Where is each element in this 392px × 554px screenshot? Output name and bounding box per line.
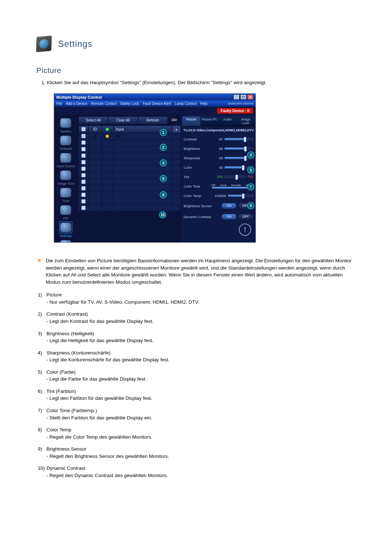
sidebar-item-settings[interactable]: Settings [55, 222, 77, 238]
col-status[interactable] [102, 126, 113, 133]
scroll-up-icon[interactable]: ▲ [172, 126, 181, 133]
callout-6: 6 [160, 175, 167, 182]
maximize-icon[interactable]: ▢ [240, 94, 246, 100]
dynamic-contrast-off[interactable]: OFF [238, 214, 253, 220]
idle-status: Idle [168, 116, 181, 124]
intro-text: 1. Klicken Sie auf das Hauptsymbol "Sett… [41, 80, 356, 85]
sidebar-item-maintenance[interactable]: Maintenance [55, 239, 77, 243]
color-tone-selector[interactable]: Color Tone Off Cool Normal Warm [182, 181, 255, 191]
slider-sharpness[interactable]: Sharpness 68 [182, 153, 255, 163]
sidebar-item-pip[interactable]: PIP [55, 204, 77, 220]
callout-2: 2 [160, 144, 167, 151]
slider-contrast[interactable]: Contrast 67 [182, 134, 255, 144]
col-check[interactable]: ✓ [78, 126, 89, 133]
sidebar-item-input-source[interactable]: Input Source [55, 152, 77, 168]
slider-tint[interactable]: Tint G50 R50 [182, 172, 255, 181]
slider-brightness[interactable]: Brightness 68 [182, 144, 255, 153]
list-item: 2)Contrast (Kontrast)- Legt den Kontrast… [38, 311, 356, 325]
callout-1: 1 [160, 129, 167, 136]
select-all-button[interactable]: Select All [78, 116, 108, 124]
slider-color-temp[interactable]: Color Temp 10000K [182, 191, 255, 200]
settings-icon [36, 36, 52, 52]
list-item: 1)Picture- Nur verfügbar für TV, AV, S-V… [38, 291, 356, 305]
menu-file[interactable]: File [56, 102, 62, 106]
list-item: 8)Color Temp- Regelt die Color Temp des … [38, 426, 356, 440]
device-table: ✓ ID Input ▲ ✓ 0 AV [78, 126, 181, 211]
callout-8: 8 [160, 191, 167, 198]
callout-5: 5 [247, 167, 254, 174]
tab-picture[interactable]: Picture [182, 116, 200, 126]
col-id: ID [89, 126, 102, 133]
note-block: ✶ Die zum Einstellen von Picture benötig… [36, 257, 356, 286]
list-item: 7)Color Tone (Farbtemp.)- Stellt den Far… [38, 407, 356, 421]
list-item: 5)Color (Farbe)- Legt die Farbe für das … [38, 369, 356, 383]
window-title: Multiple Display Control [56, 95, 102, 99]
warning-icon: ! [239, 223, 251, 236]
faulty-device-badge: Faulty Device : 0 [217, 108, 253, 114]
dynamic-contrast-toggle: Dynamic Contrast ON OFF [182, 211, 255, 222]
page-heading: Settings [58, 39, 93, 49]
menu-add-device[interactable]: Add a Device [66, 102, 87, 106]
list-item: 4)Sharpness (Konturenschärfe)- Legt die … [38, 349, 356, 364]
sidebar-item-system[interactable]: System [55, 117, 77, 133]
slider-color[interactable]: Color 60 [182, 163, 255, 172]
menu-lamp-control[interactable]: Lamp Control [175, 102, 196, 106]
sidebar-item-time[interactable]: Time [55, 187, 77, 203]
callout-4: 4 [160, 159, 167, 167]
menu-remote-control[interactable]: Remote Control [91, 102, 117, 106]
minimize-icon[interactable]: _ [233, 94, 240, 100]
tab-image-lock[interactable]: Image Lock [237, 116, 255, 126]
sidebar: System Network Input Source Image Size T… [54, 115, 78, 243]
sidebar-item-image-size[interactable]: Image Size [55, 169, 77, 185]
row-checkbox[interactable]: ✓ [81, 134, 86, 138]
menu-fault-device-alert[interactable]: Fault Device Alert [143, 102, 171, 106]
menu-safety-lock[interactable]: Safety Lock [120, 102, 139, 106]
brightness-sensor-on[interactable]: ON [221, 203, 237, 209]
section-title: Picture [36, 66, 356, 75]
brand-label: SAMSUNG DIGITall [228, 102, 253, 105]
list-item: 6)Tint (Farbton)- Legt den Farbton für d… [38, 388, 356, 402]
tab-audio[interactable]: Audio [219, 116, 237, 126]
refresh-button[interactable]: Refresh [138, 116, 168, 124]
dynamic-contrast-on[interactable]: ON [221, 214, 237, 220]
callout-10: 10 [159, 211, 166, 218]
list-item: 3)Brightness (Helligkeit)- Legt die Hell… [38, 330, 356, 344]
menu-help[interactable]: Help [200, 102, 208, 106]
status-dot-icon [106, 135, 109, 138]
brightness-sensor-toggle: Brightness Sensor ON OFF [182, 200, 255, 211]
callout-9: 9 [247, 202, 254, 209]
availability-text: TV,AV,S-Video,Component,HDMI1,HDMI2,DTV [182, 127, 255, 134]
tab-picture-pc[interactable]: Picture PC [200, 116, 219, 126]
app-screenshot: Multiple Display Control _ ▢ ✕ File Add … [54, 93, 256, 243]
callout-7: 7 [247, 183, 254, 190]
list-item: 9)Brightness Sensor- Regelt den Brightne… [38, 446, 356, 460]
callout-3: 3 [247, 151, 254, 159]
sidebar-item-network[interactable]: Network [55, 135, 77, 151]
close-icon[interactable]: ✕ [247, 94, 253, 100]
list-item: 10)Dynamic Contrast- Regelt den Dynamic … [38, 465, 356, 479]
clear-all-button[interactable]: Clear All [108, 116, 138, 124]
star-icon: ✶ [36, 257, 42, 286]
